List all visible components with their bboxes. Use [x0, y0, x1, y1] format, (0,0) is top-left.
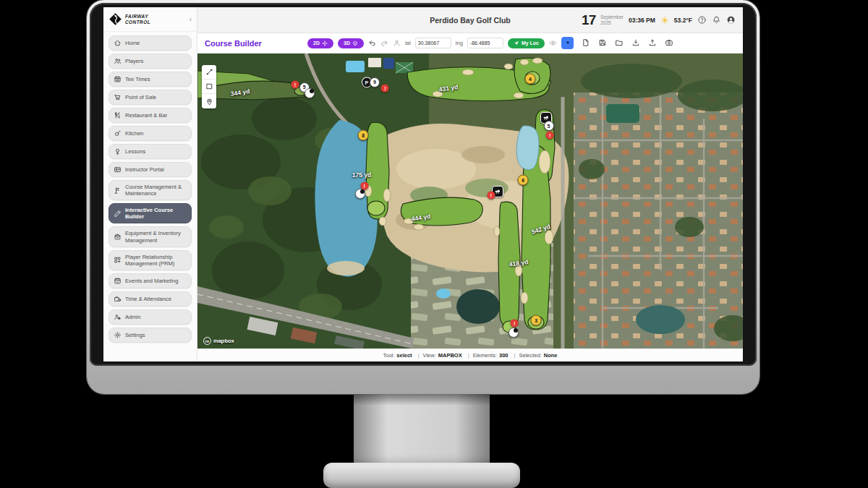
- date-month-year: September2025: [600, 14, 624, 26]
- gear-icon: [114, 331, 122, 339]
- cart-pos-icon: [114, 93, 122, 101]
- monitor-stand-neck: [354, 394, 490, 466]
- save-button[interactable]: [597, 38, 607, 48]
- sidebar-item-instructor-portal[interactable]: Instructor Portal: [109, 162, 192, 177]
- sidebar-item-equipment-inventory-management[interactable]: Equipment & Inventory Management: [109, 226, 192, 247]
- map-marker-flag[interactable]: 6: [518, 175, 529, 186]
- map-marker-num[interactable]: 9: [370, 77, 380, 87]
- sidebar-item-player-relationship-management-prm[interactable]: Player Relationship Management (PRM): [109, 250, 192, 270]
- sidebar-item-course-management-maintenance[interactable]: Course Management & Maintenance: [109, 180, 192, 200]
- sidebar-item-point-of-sale[interactable]: Point of Sale: [109, 90, 192, 105]
- players-icon: [114, 57, 122, 65]
- my-loc-button[interactable]: My Loc: [508, 38, 545, 48]
- map-marker-ball[interactable]: [509, 328, 519, 338]
- map-marker-alert[interactable]: [291, 80, 299, 88]
- map-marker-alert[interactable]: [381, 85, 389, 93]
- save-icon: [598, 38, 607, 47]
- sidebar-item-kitchen[interactable]: Kitchen: [109, 126, 192, 141]
- upload-icon: [648, 38, 657, 47]
- map-marker-flag[interactable]: 8: [358, 130, 369, 141]
- redo-icon[interactable]: [380, 39, 388, 47]
- fairway-control-logo-icon: [109, 12, 122, 26]
- map-marker-flag[interactable]: 4: [524, 74, 535, 85]
- map-marker-flag[interactable]: 3: [531, 315, 542, 326]
- paper-plane-icon: [514, 40, 519, 46]
- yardage-label: 542 yd: [531, 223, 551, 236]
- lng-input[interactable]: [467, 38, 503, 48]
- club-name: Perdido Bay Golf Club: [430, 16, 510, 25]
- pan-move-icon: [322, 40, 328, 46]
- sidebar-item-time-attendance[interactable]: Time & Attendance: [109, 291, 192, 307]
- sidebar-item-settings[interactable]: Settings: [109, 328, 192, 343]
- brand-name: FAIRWAYCONTROL: [125, 14, 150, 25]
- sidebar-item-tee-times[interactable]: Tee Times: [109, 72, 192, 87]
- mapbox-logo-icon: m: [203, 337, 211, 345]
- sidebar-item-home[interactable]: Home: [109, 35, 192, 51]
- person-location-icon: [393, 39, 401, 47]
- flag-icon: [114, 187, 122, 194]
- toolbar-controls: 2D 3D: [307, 37, 736, 49]
- cube-3d-icon: [352, 40, 358, 46]
- date-day: 17: [582, 12, 595, 28]
- yardage-label: 431 yd: [438, 83, 459, 93]
- calendar-icon: [114, 75, 122, 83]
- map-marker-ball[interactable]: [355, 189, 365, 199]
- map-marker-ball[interactable]: [305, 88, 315, 98]
- map-marker-alert[interactable]: [546, 131, 554, 139]
- map-marker-alert[interactable]: [511, 320, 519, 328]
- home-icon: [114, 39, 122, 47]
- user-avatar[interactable]: [726, 15, 736, 25]
- undo-icon[interactable]: [368, 39, 376, 47]
- sidebar-item-interactive-course-builder[interactable]: Interactive Course Builder: [109, 203, 192, 223]
- sidebar-item-events-and-marketing[interactable]: Events and Marketing: [109, 273, 192, 288]
- box-icon: [114, 233, 122, 241]
- camera-icon: [665, 38, 673, 47]
- temperature: 53.2°F: [674, 17, 692, 24]
- status-segment: Tool:select: [383, 352, 422, 359]
- restaurant-icon: [114, 111, 122, 119]
- app-header: Perdido Bay Golf Club 17 September2025 0…: [197, 7, 743, 33]
- course-map[interactable]: 344 yd431 yd175 yd444 yd542 yd418 yd 5P9…: [197, 53, 743, 348]
- camera-button[interactable]: [664, 38, 673, 48]
- mapbox-attribution: m mapbox: [203, 337, 234, 345]
- map-marker-alert[interactable]: [487, 191, 495, 199]
- visibility-eye-icon[interactable]: [549, 39, 557, 47]
- upload-button[interactable]: [647, 38, 657, 48]
- folder-icon: [615, 38, 624, 47]
- lat-input[interactable]: [415, 38, 451, 48]
- user-gear-icon: [114, 313, 122, 321]
- recenter-up-button[interactable]: [561, 37, 574, 49]
- help-icon[interactable]: [697, 15, 707, 25]
- lng-label: lng: [456, 40, 463, 46]
- status-segment: Selected:None: [519, 352, 557, 359]
- sidebar-collapse-button[interactable]: ‹: [190, 16, 192, 23]
- download-button[interactable]: [631, 38, 640, 48]
- map-markers: 344 yd431 yd175 yd444 yd542 yd418 yd 5P9…: [197, 53, 743, 348]
- page-title: Course Builder: [205, 39, 262, 48]
- view-3d-button[interactable]: 3D: [338, 38, 364, 48]
- status-segment: Elements:300: [473, 352, 519, 359]
- clock: 03:36 PM: [629, 17, 655, 24]
- yardage-label: 444 yd: [411, 213, 431, 223]
- file-icon: [582, 38, 590, 47]
- view-2d-button[interactable]: 2D: [307, 38, 333, 48]
- status-segment: View:MAPBOX: [423, 352, 473, 359]
- idcard-icon: [114, 166, 122, 174]
- kitchen-icon: [114, 129, 122, 137]
- monitor-stand-base: [323, 463, 520, 488]
- course-builder-toolbar: Course Builder 2D 3D: [197, 33, 743, 53]
- notifications-bell-icon[interactable]: [712, 15, 721, 25]
- map-marker-num[interactable]: 5: [544, 121, 554, 131]
- cal-check-icon: [114, 277, 122, 285]
- pen-icon: [114, 210, 122, 218]
- yardage-label: 344 yd: [230, 87, 250, 98]
- sidebar-nav: Home Players Tee Times Point of Sale: [103, 32, 197, 346]
- sidebar-item-lessons[interactable]: Lessons: [109, 144, 192, 159]
- screen: FAIRWAYCONTROL ‹ Home Players: [103, 7, 743, 361]
- sidebar-item-players[interactable]: Players: [109, 53, 192, 69]
- folder-button[interactable]: [614, 38, 624, 48]
- sidebar-item-restaurant-bar[interactable]: Restaurant & Bar: [109, 108, 192, 123]
- file-button[interactable]: [581, 38, 590, 48]
- sidebar-item-admin[interactable]: Admin: [109, 309, 192, 325]
- status-bar: Tool:select View:MAPBOX Elements:300 Sel…: [197, 348, 743, 361]
